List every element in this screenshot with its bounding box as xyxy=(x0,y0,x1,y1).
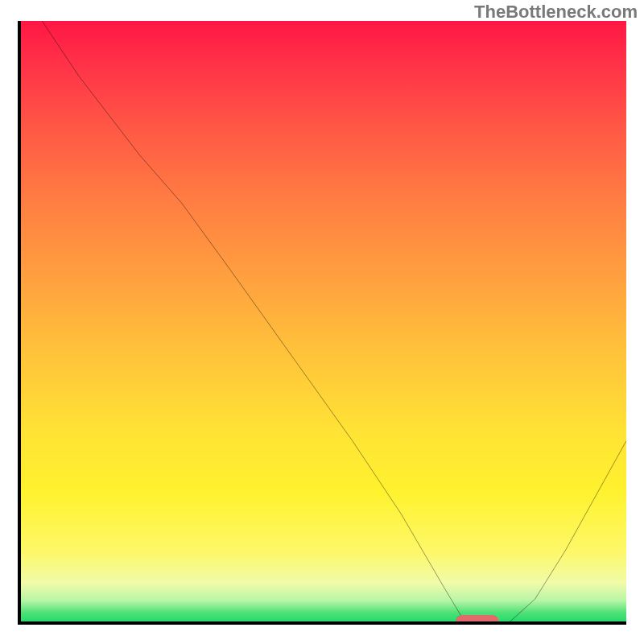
plot-area xyxy=(18,21,626,625)
optimal-range-marker xyxy=(456,615,498,625)
watermark-text: TheBottleneck.com xyxy=(474,2,638,23)
bottleneck-curve xyxy=(18,21,626,625)
chart-container: TheBottleneck.com xyxy=(0,0,644,644)
